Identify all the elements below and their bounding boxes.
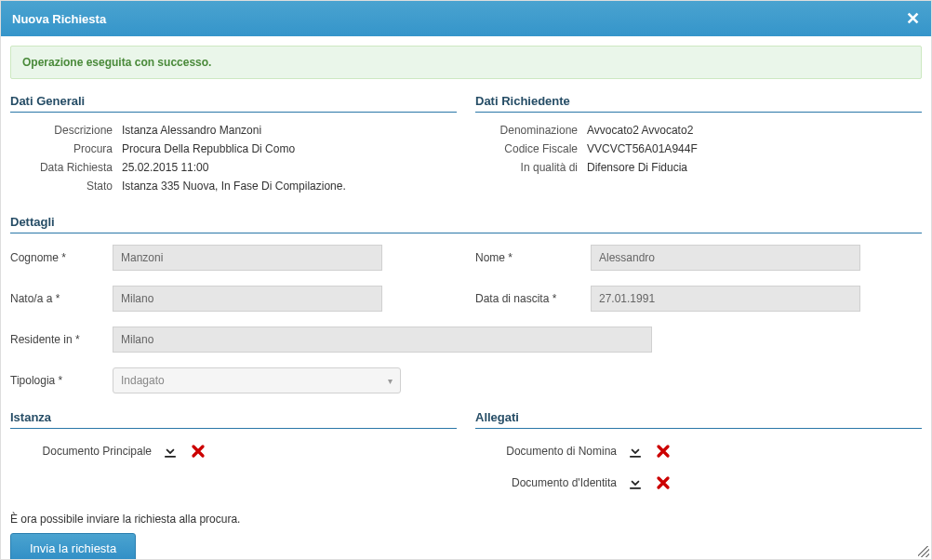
delete-icon[interactable]	[187, 440, 209, 462]
label-doc-identita: Documento d'Identita	[475, 476, 624, 489]
label-doc-nomina: Documento di Nomina	[475, 445, 624, 458]
doc-row-principale: Documento Principale	[10, 440, 457, 462]
row-stato: Stato Istanza 335 Nuova, In Fase Di Comp…	[10, 180, 457, 193]
section-title-istanza: Istanza	[10, 410, 457, 429]
label-nome: Nome *	[475, 251, 591, 264]
download-icon[interactable]	[624, 440, 646, 462]
download-icon[interactable]	[624, 472, 646, 494]
submit-hint: È ora possibile inviare la richiesta all…	[10, 513, 922, 526]
input-data-nascita[interactable]	[591, 286, 860, 312]
select-tipologia[interactable]: Indagato	[113, 367, 401, 393]
label-residente-in: Residente in *	[10, 333, 113, 346]
modal-title: Nuova Richiesta	[12, 12, 106, 26]
label-nato-a: Nato/a a *	[10, 292, 113, 305]
success-alert: Operazione eseguita con successo.	[10, 46, 922, 79]
label-tipologia: Tipologia *	[10, 374, 113, 387]
section-title-allegati: Allegati	[475, 410, 922, 429]
row-procura: Procura Procura Della Repubblica Di Como	[10, 142, 457, 155]
label-data-nascita: Data di nascita *	[475, 292, 591, 305]
row-in-qualita-di: In qualità di Difensore Di Fiducia	[475, 161, 922, 174]
select-tipologia-value: Indagato	[121, 374, 165, 387]
download-icon[interactable]	[159, 440, 181, 462]
modal-dialog: Nuova Richiesta ✕ Operazione eseguita co…	[0, 0, 932, 560]
modal-body: Operazione eseguita con successo. Dati G…	[1, 36, 931, 559]
label-cognome: Cognome *	[10, 251, 113, 264]
doc-row-identita: Documento d'Identita	[475, 472, 922, 494]
resize-handle[interactable]	[918, 546, 929, 557]
delete-icon[interactable]	[652, 440, 674, 462]
row-descrizione: Descrizione Istanza Alessandro Manzoni	[10, 124, 457, 137]
row-denominazione: Denominazione Avvocato2 Avvocato2	[475, 124, 922, 137]
close-icon[interactable]: ✕	[906, 8, 920, 29]
success-alert-text: Operazione eseguita con successo.	[22, 56, 211, 69]
doc-row-nomina: Documento di Nomina	[475, 440, 922, 462]
input-residente-in[interactable]	[113, 327, 652, 353]
submit-button[interactable]: Invia la richiesta	[10, 533, 136, 559]
section-title-dati-richiedente: Dati Richiedente	[475, 94, 922, 113]
label-doc-principale: Documento Principale	[10, 445, 159, 458]
section-title-dettagli: Dettagli	[10, 215, 922, 233]
row-data-richiesta: Data Richiesta 25.02.2015 11:00	[10, 161, 457, 174]
input-cognome[interactable]	[113, 245, 382, 271]
input-nato-a[interactable]	[113, 286, 382, 312]
input-nome[interactable]	[591, 245, 860, 271]
delete-icon[interactable]	[652, 472, 674, 494]
section-title-dati-generali: Dati Generali	[10, 94, 457, 113]
row-codice-fiscale: Codice Fiscale VVCVCT56A01A944F	[475, 142, 922, 155]
modal-header: Nuova Richiesta ✕	[1, 1, 931, 36]
